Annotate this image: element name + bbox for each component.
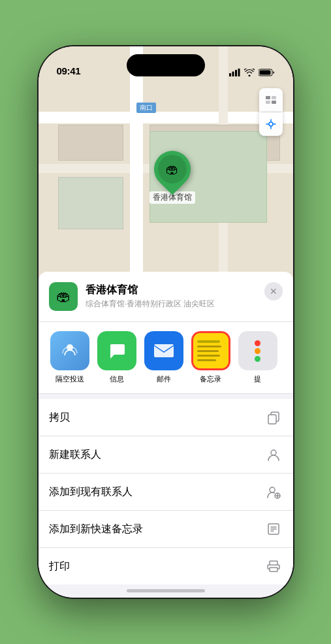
svg-rect-3 <box>238 69 240 76</box>
add-notes-icon <box>264 520 283 538</box>
messages-label: 信息 <box>110 374 124 384</box>
bottom-sheet: 🏟 香港体育馆 综合体育馆·香港特别行政区 油尖旺区 ✕ <box>39 272 293 598</box>
more-label: 提 <box>254 374 261 384</box>
svg-rect-20 <box>270 568 277 572</box>
svg-rect-12 <box>154 344 174 357</box>
battery-icon <box>259 69 275 76</box>
action-new-contact[interactable]: 新建联系人 <box>39 436 293 474</box>
mail-label: 邮件 <box>157 374 171 384</box>
action-add-existing-label: 添加到现有联系人 <box>49 485 133 499</box>
svg-rect-5 <box>259 71 270 75</box>
airdrop-label: 隔空投送 <box>55 374 84 384</box>
svg-rect-9 <box>272 101 276 104</box>
venue-text: 香港体育馆 综合体育馆·香港特别行政区 油尖旺区 <box>86 283 283 310</box>
home-indicator <box>127 589 205 592</box>
add-existing-icon <box>264 483 283 501</box>
venue-name: 香港体育馆 <box>86 283 283 297</box>
close-button[interactable]: ✕ <box>264 282 283 300</box>
svg-rect-8 <box>266 101 270 104</box>
phone-screen: 09:41 <box>39 46 293 598</box>
action-add-notes[interactable]: 添加到新快速备忘录 <box>39 511 293 548</box>
svg-rect-2 <box>235 70 237 76</box>
action-new-contact-label: 新建联系人 <box>49 448 101 462</box>
action-add-existing[interactable]: 添加到现有联系人 <box>39 474 293 511</box>
copy-icon <box>264 408 283 427</box>
wifi-icon <box>244 69 255 76</box>
svg-point-10 <box>269 122 273 126</box>
action-print[interactable]: 打印 <box>39 548 293 585</box>
action-add-notes-label: 添加到新快速备忘录 <box>49 523 143 536</box>
svg-rect-0 <box>229 73 231 76</box>
location-button[interactable] <box>259 112 283 136</box>
new-contact-icon <box>264 445 283 464</box>
notes-label: 备忘录 <box>200 374 221 384</box>
svg-rect-6 <box>266 96 270 99</box>
signal-icon <box>229 69 240 76</box>
phone-frame: 09:41 <box>39 46 293 598</box>
share-item-mail[interactable]: 邮件 <box>140 331 187 384</box>
action-copy-label: 拷贝 <box>49 411 70 425</box>
pin-inner: 🏟 <box>158 155 187 184</box>
venue-logo: 🏟 <box>49 282 78 311</box>
svg-point-16 <box>270 487 275 492</box>
action-print-label: 打印 <box>49 560 70 573</box>
svg-rect-1 <box>232 72 234 77</box>
svg-point-15 <box>271 450 276 455</box>
share-item-more[interactable]: 提 <box>234 331 281 384</box>
dynamic-island <box>127 54 205 76</box>
share-item-messages[interactable]: 信息 <box>93 331 140 384</box>
status-icons <box>229 69 275 76</box>
more-icon <box>238 331 277 370</box>
mail-icon <box>144 331 183 370</box>
messages-icon <box>97 331 136 370</box>
share-item-airdrop[interactable]: 隔空投送 <box>46 331 93 384</box>
status-time: 09:41 <box>57 65 81 76</box>
action-list: 拷贝 新建联系人 <box>39 399 293 585</box>
print-icon <box>264 557 283 575</box>
airdrop-icon <box>50 331 89 370</box>
venue-pin[interactable]: 🏟 香港体育馆 <box>150 151 195 204</box>
venue-info-row: 🏟 香港体育馆 综合体育馆·香港特别行政区 油尖旺区 ✕ <box>39 272 293 322</box>
pin-circle: 🏟 <box>146 143 198 195</box>
notes-icon <box>191 331 230 370</box>
share-item-notes[interactable]: 备忘录 <box>187 331 234 384</box>
svg-rect-19 <box>270 561 277 565</box>
action-copy[interactable]: 拷贝 <box>39 399 293 436</box>
svg-rect-14 <box>268 415 276 424</box>
share-row: 隔空投送 信息 <box>39 322 293 394</box>
nankou-label: 南口 <box>136 103 156 113</box>
color-dots <box>244 336 272 365</box>
map-controls <box>259 88 283 136</box>
svg-rect-7 <box>272 96 276 99</box>
map-type-button[interactable] <box>259 88 283 112</box>
venue-subtitle: 综合体育馆·香港特别行政区 油尖旺区 <box>86 298 283 310</box>
